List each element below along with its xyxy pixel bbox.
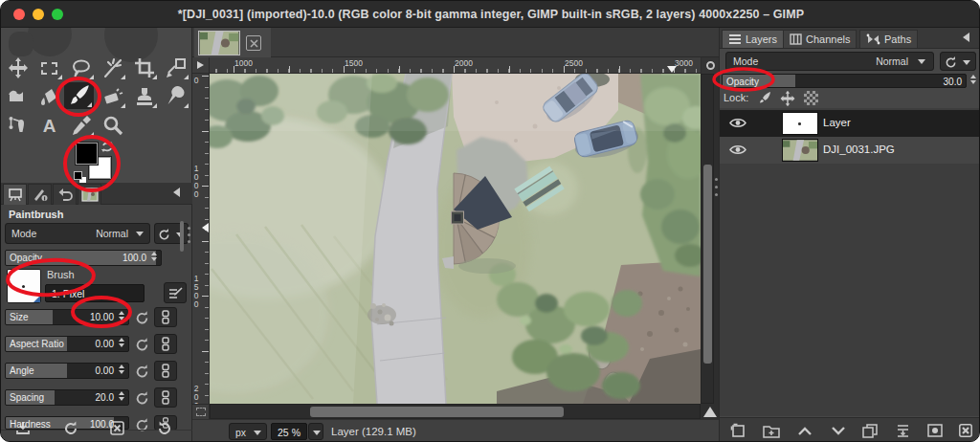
vertical-scrollbar[interactable] [701, 74, 714, 404]
rectangle-select-tool[interactable] [34, 55, 64, 81]
restore-tool-preset-button[interactable] [58, 418, 83, 437]
delete-layer-button[interactable] [953, 421, 978, 440]
swap-colors-icon[interactable] [100, 141, 116, 153]
close-image-tab-button[interactable] [246, 35, 261, 51]
tab-paths[interactable]: Paths [859, 30, 918, 48]
zoom-tool[interactable] [98, 112, 127, 139]
opacity-spinner[interactable] [149, 252, 159, 261]
layer-name[interactable]: DJI_0031.JPG [823, 144, 895, 155]
titlebar[interactable]: *[DJI_0031] (imported)-10.0 (RGB color 8… [1, 1, 980, 28]
visibility-eye-icon[interactable] [729, 117, 746, 129]
tab-layers[interactable]: Layers [722, 30, 784, 48]
brush-thumbnail[interactable] [7, 269, 41, 303]
link-aspect-button[interactable] [154, 334, 177, 354]
size-spinner[interactable] [117, 311, 126, 320]
raise-layer-button[interactable] [792, 421, 817, 440]
layer-name[interactable]: Layer [823, 117, 851, 128]
layer-opacity-spinner[interactable] [969, 75, 978, 84]
add-mask-button[interactable] [923, 421, 947, 440]
collapse-dock-button[interactable] [963, 33, 969, 42]
merge-down-button[interactable] [890, 421, 915, 440]
ruler-corner-menu-button[interactable] [192, 57, 210, 74]
zoom-dropdown[interactable] [308, 423, 323, 440]
tab-device-status[interactable] [28, 184, 52, 205]
new-layer-group-button[interactable] [759, 421, 784, 440]
layer-row[interactable]: DJI_0031.JPG [720, 137, 980, 164]
paintbrush-tool[interactable] [64, 82, 94, 109]
paths-tool[interactable] [3, 112, 33, 139]
unified-transform-tool[interactable] [161, 55, 190, 81]
image-tabstrip [192, 28, 719, 57]
layers-footer [720, 417, 980, 442]
link-angle-button[interactable] [154, 361, 177, 381]
tab-channels[interactable]: Channels [783, 30, 857, 48]
image-tab[interactable] [194, 28, 271, 57]
gradient-tool[interactable] [3, 83, 33, 110]
zoom-level-field[interactable]: 25 % [271, 423, 307, 440]
collapse-dock-button[interactable] [173, 188, 180, 197]
reset-size-icon[interactable] [135, 310, 149, 324]
crop-tool[interactable] [129, 55, 159, 81]
vertical-scrollbar-thumb[interactable] [703, 165, 712, 364]
angle-spinner[interactable] [117, 365, 126, 374]
aspect-ratio-slider[interactable]: Aspect Ratio 0.00 [5, 336, 129, 352]
lower-layer-button[interactable] [826, 421, 851, 440]
size-slider[interactable]: Size 10.00 [5, 309, 129, 325]
visibility-eye-icon[interactable] [729, 144, 746, 156]
default-colors-icon[interactable] [74, 171, 82, 180]
menu-arrow-icon [197, 61, 204, 69]
smudge-tool[interactable] [161, 83, 190, 110]
tab-images[interactable] [78, 184, 101, 205]
duplicate-layer-button[interactable] [858, 421, 882, 440]
navigation-button[interactable] [701, 404, 719, 419]
angle-slider[interactable]: Angle 0.00 [5, 363, 129, 379]
image-viewport[interactable] [210, 74, 701, 404]
brush-name-field[interactable]: 1. Pixel [45, 284, 145, 302]
fuzzy-select-tool[interactable] [98, 55, 127, 81]
paint-mode-dropdown[interactable]: Mode Normal [5, 223, 150, 244]
tool-options-scrollbar[interactable] [180, 221, 184, 252]
lock-position-icon[interactable] [779, 90, 796, 107]
layer-mode-dropdown[interactable]: Mode Normal [725, 52, 934, 71]
layer-mode-options-button[interactable] [940, 52, 976, 71]
edit-brush-button[interactable] [164, 282, 187, 303]
unit-dropdown[interactable]: px [229, 423, 267, 440]
eraser-tool[interactable] [98, 83, 127, 110]
horizontal-scrollbar-thumb[interactable] [310, 407, 564, 417]
bucket-fill-tool[interactable] [34, 83, 64, 110]
horizontal-scrollbar[interactable] [210, 404, 701, 419]
move-tool[interactable] [3, 55, 33, 81]
vertical-ruler[interactable]: 0 1000 1500 2000 [192, 74, 210, 404]
aspect-ratio-spinner[interactable] [117, 338, 126, 347]
quick-mask-toggle[interactable] [192, 404, 210, 419]
spacing-slider[interactable]: Spacing 20.0 [5, 389, 129, 406]
panel-splitter-grip[interactable] [188, 227, 190, 248]
spacing-spinner[interactable] [117, 391, 126, 401]
free-select-tool[interactable] [66, 55, 96, 81]
link-size-button[interactable] [154, 307, 177, 327]
layer-thumbnail[interactable] [782, 112, 818, 135]
reset-spacing-icon[interactable] [135, 390, 149, 405]
horizontal-ruler[interactable]: 1000 1500 2000 2500 3000 [210, 57, 701, 74]
layer-thumbnail[interactable] [782, 139, 818, 162]
color-picker-tool[interactable] [66, 112, 96, 139]
tab-undo-history[interactable] [53, 184, 77, 205]
opacity-slider[interactable]: Opacity 100.0 [5, 250, 162, 266]
layer-opacity-slider[interactable]: Opacity 30.0 [722, 74, 967, 88]
zoom-follow-window-toggle[interactable] [702, 57, 719, 74]
chevron-down-icon [254, 431, 261, 435]
text-tool[interactable]: A [34, 112, 64, 139]
dock-splitter-grip[interactable] [714, 178, 719, 207]
link-spacing-button[interactable] [154, 387, 177, 408]
tab-tool-options[interactable] [3, 184, 27, 205]
reset-aspect-icon[interactable] [135, 337, 149, 351]
size-label: Size [10, 312, 28, 322]
lock-pixels-icon[interactable] [758, 91, 773, 106]
reset-angle-icon[interactable] [135, 364, 149, 378]
foreground-color-swatch[interactable] [76, 143, 98, 165]
lock-alpha-icon[interactable] [804, 91, 818, 105]
layer-row-selected[interactable]: Layer [720, 110, 980, 137]
reset-tool-options-button[interactable] [152, 418, 177, 437]
clone-tool[interactable] [129, 83, 159, 110]
new-layer-button[interactable] [725, 421, 750, 440]
